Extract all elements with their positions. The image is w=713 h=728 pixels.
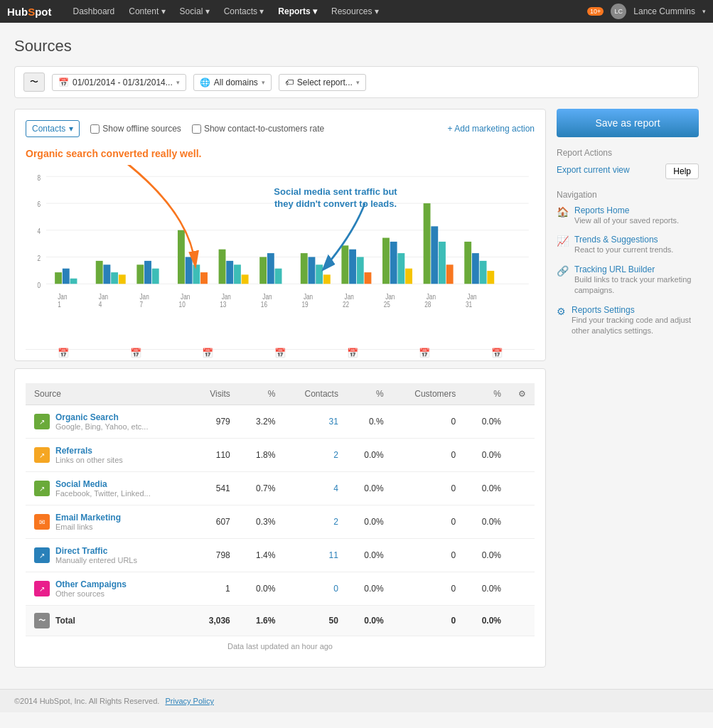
nav-item-icon-3: ⚙	[557, 306, 566, 317]
nav-item-title-2[interactable]: Tracking URL Builder	[574, 264, 699, 274]
nav-contacts[interactable]: Contacts ▾	[217, 0, 272, 23]
total-visits: 3,036	[191, 606, 239, 636]
chart-wrapper: Social media sent traffic but they didn'…	[26, 165, 535, 350]
svg-rect-40	[390, 242, 397, 284]
cal-icon-3[interactable]: 📅	[202, 348, 213, 358]
metric-arrow: ▾	[69, 124, 73, 134]
svg-rect-28	[259, 257, 267, 284]
nav-item-1: 📈 Trends & Suggestions React to your cur…	[557, 235, 699, 255]
source-name-4[interactable]: Direct Traffic	[55, 546, 137, 556]
offline-sources-checkbox[interactable]: Show offline sources	[90, 124, 181, 134]
cal-icon-2[interactable]: 📅	[130, 348, 141, 358]
source-name-2[interactable]: Social Media	[55, 479, 151, 489]
nav-items-list: 🏠 Reports Home View all of your saved re…	[557, 205, 699, 336]
wave-button[interactable]: 〜	[23, 73, 45, 92]
nav-reports[interactable]: Reports ▾	[271, 0, 324, 23]
total-empty	[510, 606, 535, 636]
export-link[interactable]: Export current view	[557, 165, 630, 175]
help-button[interactable]: Help	[665, 164, 699, 179]
notification-badge[interactable]: 10+	[587, 7, 604, 16]
contact-rate-input[interactable]	[192, 124, 201, 134]
cal-icon-5[interactable]: 📅	[347, 348, 358, 358]
col-settings[interactable]: ⚙	[510, 383, 535, 405]
nav-item-desc-2: Build links to track your marketing camp…	[574, 274, 699, 296]
tag-icon: 🏷	[285, 77, 294, 87]
visits-pct-1: 1.8%	[239, 439, 284, 472]
customers-5: 0	[392, 572, 465, 606]
customers-2: 0	[392, 472, 465, 505]
source-icon-3: ✉	[34, 514, 50, 530]
source-sub-5: Other sources	[55, 589, 127, 598]
nav-item-title-0[interactable]: Reports Home	[574, 205, 679, 215]
visits-pct-4: 1.4%	[239, 539, 284, 572]
contact-rate-checkbox[interactable]: Show contact-to-customers rate	[192, 124, 324, 134]
source-name-0[interactable]: Organic Search	[55, 412, 148, 422]
contacts-3[interactable]: 2	[284, 505, 346, 539]
svg-rect-17	[136, 264, 144, 284]
offline-sources-input[interactable]	[90, 124, 100, 134]
nav-item-desc-0: View all of your saved reports.	[574, 215, 679, 226]
report-value: Select report...	[297, 77, 353, 87]
svg-text:2: 2	[37, 254, 41, 262]
svg-rect-39	[382, 238, 390, 284]
table-settings-icon[interactable]: ⚙	[518, 389, 526, 399]
visits-pct-3: 0.3%	[239, 505, 284, 539]
cal-icon-7[interactable]: 📅	[491, 348, 503, 358]
nav-resources[interactable]: Resources ▾	[324, 0, 386, 23]
nav-dashboard[interactable]: Dashboard	[66, 0, 122, 23]
contacts-pct-0: 0.%	[347, 405, 392, 439]
nav-item-content-2: Tracking URL Builder Build links to trac…	[574, 264, 699, 296]
date-range-select[interactable]: 📅 01/01/2014 - 01/31/2014... ▾	[52, 74, 186, 91]
contacts-4[interactable]: 11	[284, 539, 346, 572]
user-name[interactable]: Lance Cummins	[633, 6, 695, 16]
svg-text:10: 10	[179, 300, 186, 309]
contacts-0[interactable]: 31	[284, 405, 346, 439]
svg-text:31: 31	[466, 300, 472, 309]
row-empty-5	[510, 572, 535, 606]
nav-item-title-1[interactable]: Trends & Suggestions	[574, 235, 673, 245]
total-icon: 〜	[34, 613, 50, 628]
total-row: 〜 Total 3,036 1.6% 50 0.0% 0 0.0%	[26, 606, 535, 636]
source-name-1[interactable]: Referrals	[55, 446, 123, 456]
nav-item-icon-1: 📈	[557, 235, 569, 247]
source-sub-1: Links on other sites	[55, 456, 123, 464]
svg-rect-19	[152, 269, 159, 284]
cal-icon-6[interactable]: 📅	[419, 348, 430, 358]
contacts-1[interactable]: 2	[284, 439, 346, 472]
source-name-5[interactable]: Other Campaigns	[55, 579, 127, 589]
nav-item-title-3[interactable]: Reports Settings	[572, 305, 699, 315]
sources-table: Source Visits % Contacts % Customers % ⚙	[26, 383, 535, 636]
source-name-3[interactable]: Email Marketing	[55, 513, 121, 523]
source-cell-2: ↗ Social Media Facebook, Twitter, Linked…	[26, 472, 191, 505]
svg-text:6: 6	[37, 200, 41, 208]
privacy-policy-link[interactable]: Privacy Policy	[165, 697, 213, 705]
svg-rect-32	[309, 257, 316, 284]
table-row: ↗ Organic Search Google, Bing, Yahoo, et…	[26, 405, 535, 439]
cal-icon-4[interactable]: 📅	[274, 348, 286, 358]
svg-text:19: 19	[301, 300, 308, 309]
visits-pct-2: 0.7%	[239, 472, 284, 505]
cal-icon-1[interactable]: 📅	[58, 348, 69, 358]
source-cell-0: ↗ Organic Search Google, Bing, Yahoo, et…	[26, 405, 191, 439]
contacts-2[interactable]: 4	[284, 472, 346, 505]
table-row: ✉ Email Marketing Email links 607 0.3% 2…	[26, 505, 535, 539]
customers-4: 0	[392, 539, 465, 572]
source-cell-1: ↗ Referrals Links on other sites	[26, 439, 191, 472]
table-row: ↗ Direct Traffic Manually entered URLs 7…	[26, 539, 535, 572]
customers-pct-3: 0.0%	[464, 505, 510, 539]
svg-rect-42	[405, 269, 412, 284]
svg-text:4: 4	[37, 227, 41, 235]
nav-social[interactable]: Social ▾	[173, 0, 217, 23]
add-marketing-action[interactable]: + Add marketing action	[448, 124, 535, 134]
contacts-5[interactable]: 0	[284, 572, 346, 606]
domain-select[interactable]: 🌐 All domains ▾	[193, 74, 272, 91]
navbar-right: 10+ LC Lance Cummins ▾	[587, 4, 706, 19]
save-report-button[interactable]: Save as report	[557, 109, 699, 137]
nav-content[interactable]: Content ▾	[122, 0, 172, 23]
navigation-label: Navigation	[557, 190, 699, 200]
source-icon-0: ↗	[34, 414, 50, 429]
svg-text:4: 4	[99, 300, 102, 309]
avatar[interactable]: LC	[611, 4, 626, 19]
metric-select[interactable]: Contacts ▾	[26, 120, 80, 137]
report-select[interactable]: 🏷 Select report... ▾	[279, 74, 366, 91]
